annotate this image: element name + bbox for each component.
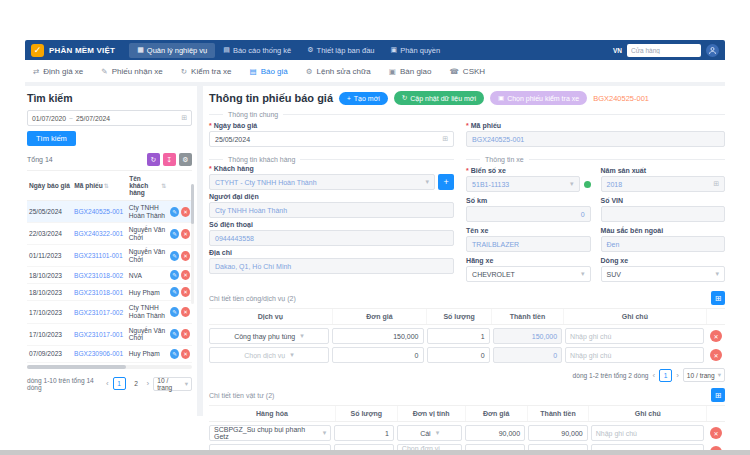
row-edit-button[interactable]: ✎ (170, 251, 179, 261)
settings-button[interactable]: ⚙ (179, 153, 192, 166)
row-edit-button[interactable]: ✎ (170, 229, 179, 239)
prev-page-button[interactable]: ‹ (652, 371, 655, 380)
parts-unit-select[interactable]: Cái▾ (397, 425, 463, 441)
receive-note-icon: ✎ (101, 67, 107, 76)
service-row-delete-button[interactable]: ✕ (710, 349, 722, 361)
plate-select[interactable]: 51B1-11133 ▾ (466, 176, 579, 192)
chevron-down-icon: ▾ (426, 178, 430, 186)
menu-item-business[interactable]: ▦ Quản lý nghiệp vụ (129, 43, 215, 58)
parts-section-title: Chi tiết tiền vật tư (2) (209, 392, 274, 399)
menu-item-reports[interactable]: ▤ Báo cáo thống kê (215, 43, 299, 58)
service-qty-input[interactable]: 0 (427, 347, 490, 363)
add-table-icon: ⊞ (715, 294, 722, 303)
refresh-button[interactable]: ↻ (147, 153, 160, 166)
service-select[interactable]: Công thay phụ tùng▾ (209, 328, 329, 344)
pricing-icon: ⇄ (33, 67, 39, 76)
service-row: Chọn dịch vụ▾ 0 0 0 Nhập ghi chú ✕ (209, 347, 725, 363)
menu-item-setup[interactable]: ⚙ Thiết lập ban đầu (299, 43, 382, 58)
tab-dinh-gia-xe[interactable]: ⇄ Định giá xe (33, 67, 83, 76)
row-edit-button[interactable]: ✎ (170, 207, 179, 217)
table-row[interactable]: 01/11/2023 BGX231101-001 Nguyễn Văn Chởi… (27, 245, 192, 267)
sidebar-title: Tìm kiếm (27, 92, 192, 104)
parts-add-row-button[interactable]: ⊞ (711, 388, 725, 402)
phone-field-label: Số điện thoại (209, 221, 454, 228)
parts-item-select[interactable]: SCBPGZ_Su chụp bụi phanh Getz▾ (209, 425, 331, 441)
language-label[interactable]: VN (613, 47, 622, 54)
parts-row-delete-button[interactable]: ✕ (710, 427, 722, 439)
service-qty-input[interactable]: 1 (427, 328, 490, 344)
row-edit-button[interactable]: ✎ (170, 307, 179, 317)
service-price-input[interactable]: 150,000 (332, 328, 424, 344)
store-search-input[interactable] (627, 44, 701, 57)
service-section-title: Chi tiết tiền công/dịch vụ (2) (209, 295, 296, 302)
service-add-row-button[interactable]: ⊞ (711, 291, 725, 305)
update-data-button[interactable]: ↻ Cập nhật dữ liệu mới (394, 91, 484, 105)
customer-select[interactable]: CTYHT - Cty TNHH Hoàn Thành ▾ (209, 174, 435, 190)
table-row[interactable]: 17/10/2023 BGX231017-002 Cty TNHH Hoàn T… (27, 301, 192, 323)
parts-price-input[interactable]: 90,000 (465, 425, 525, 441)
service-note-input[interactable]: Nhập ghi chú (565, 347, 704, 363)
table-row[interactable]: 25/05/2024 BGX240525-001 Cty TNHH Hoàn T… (27, 201, 192, 223)
row-edit-button[interactable]: ✎ (170, 287, 179, 297)
table-row[interactable]: 22/03/2024 BGX240322-001 Nguyễn Văn Chởi… (27, 223, 192, 245)
page-2-button[interactable]: 2 (130, 377, 143, 390)
row-delete-button[interactable]: ✕ (181, 229, 190, 239)
choose-inspection-button[interactable]: ▣ Chọn phiếu kiểm tra xe (490, 91, 587, 105)
row-delete-button[interactable]: ✕ (181, 307, 190, 317)
delete-icon: ✕ (183, 231, 188, 237)
service-select[interactable]: Chọn dịch vụ▾ (209, 347, 329, 363)
tab-lenh-sua-chua[interactable]: ⚙ Lệnh sửa chữa (306, 67, 371, 76)
tab-bao-gia[interactable]: ▤ Báo giá (250, 67, 288, 76)
model-select[interactable]: SUV ▾ (601, 266, 725, 282)
search-button[interactable]: Tìm kiếm (27, 131, 76, 146)
service-note-input[interactable]: Nhập ghi chú (565, 328, 704, 344)
page-1-button[interactable]: 1 (113, 377, 126, 390)
user-avatar[interactable] (706, 44, 719, 57)
tab-cskh[interactable]: ☎ CSKH (450, 67, 486, 76)
tab-ban-giao[interactable]: ▣ Bàn giao (389, 67, 432, 76)
tab-phieu-nhan-xe[interactable]: ✎ Phiếu nhận xe (101, 67, 162, 76)
create-new-button[interactable]: + Tạo mới (339, 92, 388, 105)
table-row[interactable]: 18/10/2023 BGX231018-002 NVA ✎✕ (27, 267, 192, 284)
row-delete-button[interactable]: ✕ (181, 329, 190, 339)
table-row[interactable]: 07/09/2023 BGX230906-001 Huy Phạm ✎✕ (27, 346, 192, 363)
row-delete-button[interactable]: ✕ (181, 207, 190, 217)
chevron-down-icon: ▾ (185, 380, 188, 388)
section-vehicle-divider: Thông tin xe (466, 156, 725, 163)
page-size-select[interactable]: 10 / trang ▾ (153, 377, 192, 391)
page-1-button[interactable]: 1 (659, 369, 672, 382)
date-to-value[interactable]: 25/07/2024 (76, 115, 110, 122)
row-delete-button[interactable]: ✕ (181, 270, 190, 280)
vin-input (601, 206, 725, 222)
service-section-header: Chi tiết tiền công/dịch vụ (2) ⊞ (209, 291, 725, 305)
row-edit-button[interactable]: ✎ (170, 329, 179, 339)
prev-page-button[interactable]: ‹ (106, 379, 109, 388)
table-row[interactable]: 18/10/2023 BGX231018-001 Huy Phạm ✎✕ (27, 284, 192, 301)
service-row-delete-button[interactable]: ✕ (710, 330, 722, 342)
export-button[interactable]: ↧ (163, 153, 176, 166)
brand-select[interactable]: CHEVROLET ▾ (466, 266, 590, 282)
date-from-value[interactable]: 01/07/2020 (32, 115, 66, 122)
row-delete-button[interactable]: ✕ (181, 287, 190, 297)
page-size-select[interactable]: 10 / trang ▾ (683, 368, 725, 382)
horizontal-scrollbar[interactable] (27, 365, 192, 369)
next-page-button[interactable]: › (676, 371, 679, 380)
row-edit-button[interactable]: ✎ (170, 270, 179, 280)
date-range-picker[interactable]: 01/07/2020 ~ 25/07/2024 ⊞ (27, 110, 192, 126)
chevron-down-icon: ▾ (300, 332, 304, 340)
vertical-scrollbar[interactable] (191, 184, 194, 304)
sidebar-tool-buttons: ↻ ↧ ⚙ (147, 153, 192, 166)
next-page-button[interactable]: › (147, 379, 150, 388)
row-edit-button[interactable]: ✎ (170, 349, 179, 359)
menu-item-permissions[interactable]: ▣ Phân quyền (383, 43, 449, 58)
row-delete-button[interactable]: ✕ (181, 251, 190, 261)
parts-note-input[interactable]: Nhập ghi chú (591, 425, 704, 441)
add-customer-button[interactable]: + (438, 174, 454, 190)
row-delete-button[interactable]: ✕ (181, 349, 190, 359)
tab-kiem-tra-xe[interactable]: ↻ Kiểm tra xe (181, 67, 232, 76)
service-price-input[interactable]: 0 (332, 347, 424, 363)
table-row[interactable]: 17/10/2023 BGX231017-001 Nguyễn Văn Chởi… (27, 324, 192, 346)
parts-qty-input[interactable]: 1 (334, 425, 394, 441)
quote-detail-panel: Thông tin phiếu báo giá + Tạo mới ↻ Cập … (203, 86, 725, 416)
quote-date-input[interactable]: 25/05/2024 ⊞ (209, 131, 454, 147)
